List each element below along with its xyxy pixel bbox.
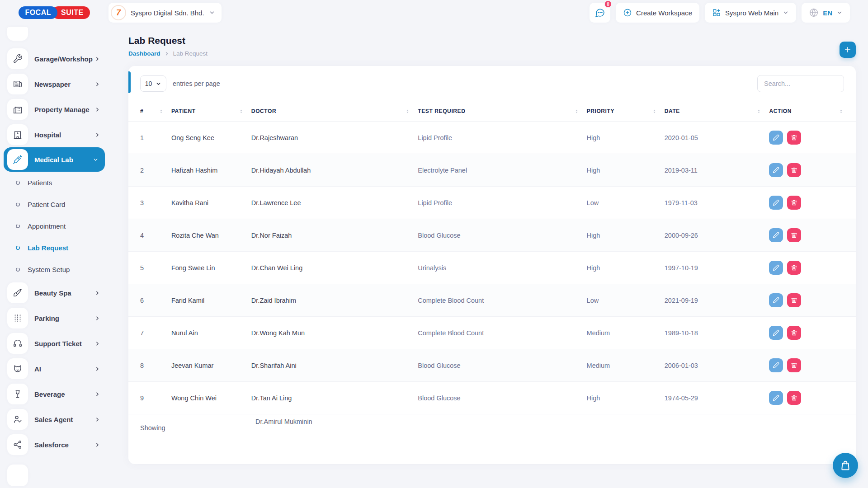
- edit-button[interactable]: [769, 131, 783, 145]
- delete-button[interactable]: [787, 131, 801, 145]
- search-input[interactable]: [757, 75, 844, 92]
- cell-patient: Fong Swee Lin: [168, 252, 248, 284]
- sidebar-item-beauty-spa[interactable]: Beauty Spa: [0, 280, 108, 305]
- cell-test-required: Lipid Profile: [414, 187, 583, 219]
- pencil-icon: [773, 167, 779, 174]
- edit-button[interactable]: [769, 261, 783, 275]
- sort-icon[interactable]: [158, 108, 164, 114]
- delete-button[interactable]: [787, 261, 801, 275]
- delete-button[interactable]: [787, 228, 801, 242]
- sidebar-subitem-lab-request[interactable]: Lab Request: [0, 237, 108, 258]
- sidebar-item-garage-workshop[interactable]: Garage/Workshop: [0, 46, 108, 71]
- syringe-icon: [7, 149, 28, 170]
- delete-button[interactable]: [787, 326, 801, 340]
- cell-date: 2006-01-03: [661, 349, 766, 382]
- add-record-button[interactable]: [840, 42, 856, 58]
- sidebar-item-ai[interactable]: AI: [0, 356, 108, 381]
- sidebar-item-hospital[interactable]: Hospital: [0, 122, 108, 147]
- sort-icon[interactable]: [756, 108, 762, 114]
- sort-icon[interactable]: [651, 108, 657, 114]
- sidebar-item-sales-agent[interactable]: Sales Agent: [0, 407, 108, 432]
- delete-button[interactable]: [787, 163, 801, 177]
- edit-button[interactable]: [769, 163, 783, 177]
- chevron-right-icon: [94, 107, 100, 113]
- chevron-right-icon: [164, 51, 170, 56]
- cell-date: 2000-09-26: [661, 219, 766, 252]
- floating-cart-button[interactable]: [833, 453, 858, 478]
- table-row: 4Rozita Che WanDr.Nor FaizahBlood Glucos…: [128, 219, 856, 252]
- sidebar-subitem-patients[interactable]: Patients: [0, 172, 108, 193]
- logo-suite: SUITE: [52, 6, 90, 19]
- trash-icon: [791, 199, 797, 206]
- edit-button[interactable]: [769, 196, 783, 210]
- showing-label: Showing: [140, 424, 165, 432]
- workspace-selector[interactable]: 7 Syspro Digital Sdn. Bhd.: [108, 3, 222, 23]
- create-workspace-label: Create Workspace: [636, 9, 692, 17]
- entries-per-page-select[interactable]: 10: [140, 75, 166, 92]
- breadcrumb-dashboard-link[interactable]: Dashboard: [128, 50, 160, 57]
- create-workspace-button[interactable]: Create Workspace: [616, 3, 699, 23]
- chevron-down-icon: [836, 9, 843, 16]
- workspace-name: Syspro Digital Sdn. Bhd.: [131, 9, 204, 17]
- delete-button[interactable]: [787, 293, 801, 307]
- sort-icon[interactable]: [574, 108, 580, 114]
- column-header-doctor[interactable]: DOCTOR: [248, 101, 414, 122]
- chevron-right-icon: [94, 81, 100, 87]
- ai-icon: [7, 358, 28, 379]
- edit-button[interactable]: [769, 326, 783, 340]
- chevron-right-icon: [94, 341, 100, 347]
- sidebar-subitem-appointment[interactable]: Appointment: [0, 215, 108, 237]
- chat-button[interactable]: 0: [590, 3, 610, 23]
- cell-priority: High: [583, 382, 661, 414]
- cell-priority: Low: [583, 284, 661, 317]
- cell-priority: High: [583, 122, 661, 154]
- language-selector[interactable]: EN: [802, 3, 850, 23]
- delete-button[interactable]: [787, 196, 801, 210]
- table-row: 3Kavitha RaniDr.Lawrence LeeLipid Profil…: [128, 187, 856, 219]
- cell-patient: Kavitha Rani: [168, 187, 248, 219]
- cell-patient: Nurul Ain: [168, 317, 248, 349]
- edit-button[interactable]: [769, 391, 783, 405]
- sort-icon[interactable]: [838, 108, 844, 114]
- card-accent-bar: [128, 71, 131, 93]
- column-header-patient[interactable]: PATIENT: [168, 101, 248, 122]
- column-header-date[interactable]: DATE: [661, 101, 766, 122]
- cell-date: 2021-09-19: [661, 284, 766, 317]
- chevron-right-icon: [94, 442, 100, 448]
- sidebar-item-parking[interactable]: Parking: [0, 305, 108, 331]
- column-header-action[interactable]: ACTION: [765, 101, 856, 122]
- edit-button[interactable]: [769, 358, 783, 372]
- edit-button[interactable]: [769, 293, 783, 307]
- column-header-priority[interactable]: PRIORITY: [583, 101, 661, 122]
- table-toolbar: 10 entries per page: [128, 66, 856, 101]
- app-menu-selector[interactable]: Syspro Web Main: [705, 3, 796, 23]
- sidebar-item-newspaper[interactable]: Newspaper: [0, 71, 108, 97]
- delete-button[interactable]: [787, 391, 801, 405]
- sidebar-item-property-manage[interactable]: Property Manage: [0, 97, 108, 122]
- cell-doctor: Dr.Sharifah Aini: [248, 349, 414, 382]
- newspaper-icon: [7, 74, 28, 94]
- cell-num: 3: [128, 187, 168, 219]
- sidebar-item-support-ticket[interactable]: Support Ticket: [0, 331, 108, 356]
- sidebar-subitem-patient-card[interactable]: Patient Card: [0, 193, 108, 215]
- column-header-[interactable]: #: [128, 101, 168, 122]
- page-head: Lab Request Dashboard Lab Request: [128, 35, 856, 58]
- sort-icon[interactable]: [238, 108, 244, 114]
- bullet-icon: [15, 224, 20, 229]
- cell-priority: High: [583, 252, 661, 284]
- edit-button[interactable]: [769, 228, 783, 242]
- sort-icon[interactable]: [405, 108, 410, 114]
- building-icon: [7, 99, 28, 120]
- sidebar-item-beverage[interactable]: Beverage: [0, 381, 108, 407]
- sidebar-subitem-system-setup[interactable]: System Setup: [0, 258, 108, 280]
- table-body: 1Ong Seng KeeDr.RajeshwaranLipid Profile…: [128, 122, 856, 414]
- delete-button[interactable]: [787, 358, 801, 372]
- sidebar-item-salesforce[interactable]: Salesforce: [0, 432, 108, 457]
- pencil-icon: [773, 232, 779, 239]
- column-header-test-required[interactable]: TEST REQUIRED: [414, 101, 583, 122]
- trash-icon: [791, 167, 797, 174]
- brand-logo[interactable]: FOCAL SUITE: [0, 6, 108, 19]
- sidebar-item-medical-lab[interactable]: Medical Lab: [4, 147, 105, 172]
- chevron-right-icon: [94, 290, 100, 296]
- pencil-icon: [773, 362, 779, 369]
